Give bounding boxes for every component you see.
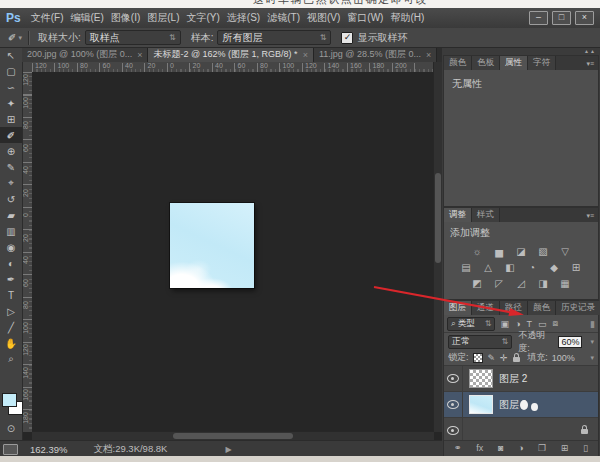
brush-tool[interactable]: ✎ [0,159,22,175]
lasso-tool[interactable]: ∽ [0,79,22,95]
adjustment-icon[interactable]: ◔ [525,262,539,274]
blend-mode-dropdown[interactable]: 正常 ⇅ [448,335,512,349]
show-sampling-ring-checkbox[interactable]: ✓ [341,32,353,44]
status-menu-arrow-icon[interactable]: ▶ [225,445,231,454]
menu-item[interactable]: 文字(Y) [187,11,220,25]
quick-mask-icon[interactable]: ⊙ [0,421,22,435]
filter-type-dropdown[interactable]: ⌕ 类型 ⇅ [447,317,495,331]
minimize-button[interactable]: – [529,11,548,25]
menu-item[interactable]: 窗口(W) [347,11,383,25]
tab-字符[interactable]: 字符 [528,56,556,70]
lock-pixels-icon[interactable]: ✎ [488,353,496,363]
adjustment-icon[interactable]: ▽ [558,246,572,258]
adjustment-icon[interactable]: ◿ [514,278,528,290]
quick-selection-tool[interactable]: ✦ [0,95,22,111]
filter-shape-layers-icon[interactable]: ▭ [538,319,547,329]
eraser-tool[interactable]: ▰ [0,207,22,223]
fill-value-field[interactable]: 100% [552,353,575,363]
adjustment-icon[interactable]: ◨ [536,278,550,290]
opacity-value-field[interactable]: 60% [558,336,582,348]
filter-smart-objects-icon[interactable]: ⧈ [552,318,558,329]
document-tab[interactable]: 200.jpg @ 100% (图层 0...× [22,47,148,62]
zoom-tool[interactable]: ⌕ [0,351,22,367]
tab-颜色[interactable]: 颜色 [444,56,472,70]
marquee-tool[interactable]: ▢ [0,63,22,79]
layer-row[interactable] [444,418,598,440]
adjustment-icon[interactable]: ◸ [492,278,506,290]
eyedropper-tool[interactable]: ✐ [0,127,22,143]
menu-item[interactable]: 视图(V) [307,11,340,25]
add-layer-mask-icon[interactable]: ◙ [498,441,503,456]
new-group-icon[interactable]: ❐ [538,441,546,456]
lock-transparency-icon[interactable] [473,353,483,363]
document-tab[interactable]: 未标题-2 @ 162% (图层 1, RGB/8) *× [148,47,313,62]
adjustment-icon[interactable]: △ [481,262,495,274]
tab-属性[interactable]: 属性 [500,56,528,70]
panel-menu-icon[interactable]: ▾≡ [582,58,598,70]
line-tool[interactable]: ╱ [0,319,22,335]
tab-路径[interactable]: 路径 [500,301,528,315]
adjustment-icon[interactable]: ▤ [459,262,473,274]
visibility-eye-icon[interactable] [447,426,459,435]
adjustment-icon[interactable]: ◆ [547,262,561,274]
gradient-tool[interactable]: ▥ [0,223,22,239]
adjustment-icon[interactable]: ⊞ [569,262,583,274]
move-tool[interactable]: ↖ [0,47,22,63]
adjustment-icon[interactable]: ☼ [470,246,484,258]
link-layers-icon[interactable]: ⚭ [454,441,462,456]
history-brush-tool[interactable]: ↺ [0,191,22,207]
pen-tool[interactable]: ✒ [0,271,22,287]
screen-mode-icon[interactable] [3,444,18,455]
sky-image[interactable] [170,203,254,288]
close-icon[interactable]: × [303,50,308,60]
tool-preset-picker[interactable]: ✐ ▾ [8,32,22,43]
foreground-color-swatch[interactable] [2,393,17,407]
scrollbar-thumb[interactable] [435,173,441,263]
healing-brush-tool[interactable]: ⊕ [0,143,22,159]
sample-dropdown[interactable]: 所有图层 ⇅ [217,30,331,45]
menu-item[interactable]: 图层(L) [147,11,179,25]
panel-menu-icon[interactable]: ▾≡ [582,210,598,222]
menu-item[interactable]: 帮助(H) [390,11,424,25]
document-tab[interactable]: 11.jpg @ 28.5% (图层 0...× [314,47,437,62]
adjustment-icon[interactable]: ◩ [470,278,484,290]
horizontal-scrollbar[interactable] [32,431,434,440]
filter-type-layers-icon[interactable]: T [526,319,532,329]
adjustment-icon[interactable]: ▧ [536,246,550,258]
clone-stamp-tool[interactable]: ⌖ [0,175,22,191]
new-layer-icon[interactable]: ⊞ [561,441,569,456]
scrollbar-thumb[interactable] [173,433,293,439]
blur-tool[interactable]: ◉ [0,239,22,255]
type-tool[interactable]: T [0,287,22,303]
chevron-down-icon[interactable]: ▾ [582,338,594,346]
tab-颜色[interactable]: 颜色 [528,301,556,315]
visibility-eye-icon[interactable] [447,400,459,409]
collapse-dock-icon[interactable]: ▲▲ [584,48,596,54]
filter-pixel-layers-icon[interactable]: ▣ [500,319,509,329]
menu-item[interactable]: 图像(I) [111,11,140,25]
chevron-down-icon[interactable]: ▾ [582,354,594,362]
new-adjustment-layer-icon[interactable]: ◑ [518,441,523,456]
path-selection-tool[interactable]: ▷ [0,303,22,319]
vertical-scrollbar[interactable] [433,62,442,432]
layer-style-icon[interactable]: fx [476,441,483,456]
crop-tool[interactable]: ⊞ [0,111,22,127]
layer-thumbnail[interactable] [469,369,493,388]
adjustment-icon[interactable]: ▅ [492,246,506,258]
layer-row[interactable]: 图层 2 [444,366,598,392]
tab-调整[interactable]: 调整 [444,208,472,222]
sample-size-dropdown[interactable]: 取样点 ⇅ [85,30,181,45]
tab-色板[interactable]: 色板 [472,56,500,70]
adjustment-icon[interactable]: ◪ [514,246,528,258]
visibility-eye-icon[interactable] [447,374,459,383]
tab-历史记录[interactable]: 历史记录 [556,301,600,315]
maximize-button[interactable]: □ [552,11,571,25]
tab-样式[interactable]: 样式 [472,208,500,222]
adjustment-icon[interactable]: ▦ [558,278,572,290]
menu-item[interactable]: 滤镜(T) [267,11,300,25]
menu-item[interactable]: 编辑(E) [70,11,103,25]
adjustment-icon[interactable]: ◧ [503,262,517,274]
close-icon[interactable]: × [426,50,431,60]
zoom-level-field[interactable]: 162.39% [30,444,68,455]
dodge-tool[interactable]: ◐ [0,255,22,271]
